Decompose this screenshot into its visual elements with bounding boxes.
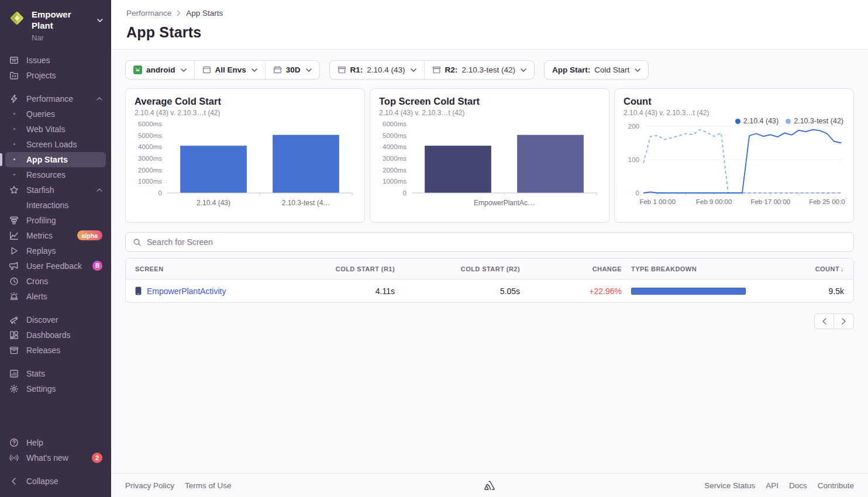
sidebar-item-stats[interactable]: Stats — [5, 366, 106, 381]
chevron-down-icon — [97, 19, 103, 22]
col-type-breakdown[interactable]: TYPE BREAKDOWN — [622, 265, 767, 272]
sidebar-item-issues[interactable]: Issues — [5, 53, 106, 68]
sidebar-item-screen-loads[interactable]: Screen Loads — [5, 137, 106, 152]
chart-subtitle: 2.10.4 (43) v. 2.10.3…t (42) — [379, 109, 600, 117]
service-status-link[interactable]: Service Status — [704, 481, 755, 490]
table-header: SCREEN COLD START (R1) COLD START (R2) C… — [126, 258, 853, 279]
sidebar-item-releases[interactable]: Releases — [5, 343, 106, 358]
sidebar-collapse-button[interactable]: Collapse — [5, 474, 106, 489]
release2-filter[interactable]: R2: 2.10.3-test (42) — [424, 61, 534, 79]
sidebar-item-discover[interactable]: Discover — [5, 312, 106, 327]
sidebar-item-replays[interactable]: Replays — [5, 243, 106, 258]
col-cold-start-r1[interactable]: COLD START (R1) — [328, 265, 395, 272]
alpha-badge: alpha — [77, 230, 102, 240]
chart-subtitle: 2.10.4 (43) v. 2.10.3…t (42) — [624, 109, 845, 117]
releases-icon — [9, 346, 19, 355]
page-header: Performance App Starts App Starts — [111, 0, 868, 50]
breadcrumb-performance[interactable]: Performance — [126, 9, 171, 18]
sidebar-item-starfish[interactable]: Starfish — [5, 182, 106, 198]
terms-of-use-link[interactable]: Terms of Use — [185, 481, 232, 490]
release-icon — [432, 65, 441, 74]
legend-dot — [735, 119, 740, 124]
sidebar-item-dashboards[interactable]: Dashboards — [5, 327, 106, 343]
svg-text:4000ms: 4000ms — [138, 143, 162, 150]
app-start-type-filter[interactable]: App Start: Cold Start — [545, 61, 648, 79]
sidebar-item-alerts[interactable]: Alerts — [5, 289, 106, 304]
screen-link[interactable]: EmpowerPlantActivity — [147, 287, 226, 296]
count-chart: 0100200Feb 1 00:00Feb 9 00:00Feb 17 00:0… — [624, 118, 845, 219]
col-cold-start-r2[interactable]: COLD START (R2) — [395, 265, 520, 272]
clock-icon — [9, 277, 19, 286]
svg-text:Feb 1 00:00: Feb 1 00:00 — [639, 198, 675, 205]
release-icon — [337, 65, 346, 74]
mobile-icon — [135, 287, 142, 295]
environment-filter[interactable]: All Envs — [194, 61, 265, 79]
sidebar-item-user-feedback[interactable]: User Feedback B — [5, 258, 106, 274]
sidebar-item-performance[interactable]: Performance — [5, 91, 106, 106]
profiling-icon — [9, 216, 19, 225]
org-name: Empower Plant — [32, 9, 93, 32]
sidebar-item-queries[interactable]: Queries — [5, 106, 106, 122]
svg-text:Feb 25 00:0: Feb 25 00:0 — [809, 198, 845, 205]
search-icon — [133, 238, 142, 247]
sidebar-item-help[interactable]: Help — [5, 435, 106, 450]
col-count[interactable]: COUNT↓ — [767, 265, 844, 272]
search-input[interactable] — [147, 237, 846, 247]
project-filter[interactable]: android — [126, 61, 194, 79]
calendar-icon — [273, 65, 282, 74]
change-value: +22.96% — [520, 287, 622, 296]
col-screen[interactable]: SCREEN — [135, 265, 328, 272]
docs-link[interactable]: Docs — [789, 481, 807, 490]
legend-dot — [786, 119, 791, 124]
svg-text:5000ms: 5000ms — [383, 132, 407, 139]
sidebar-item-projects[interactable]: Projects — [5, 68, 106, 83]
count-card: Count 2.10.4 (43) v. 2.10.3…t (42) 2.10.… — [614, 88, 854, 223]
sidebar-item-profiling[interactable]: Profiling — [5, 213, 106, 228]
svg-text:1000ms: 1000ms — [383, 178, 407, 185]
android-icon — [133, 65, 142, 74]
api-link[interactable]: API — [766, 481, 779, 490]
sidebar-item-metrics[interactable]: Metrics alpha — [5, 228, 106, 243]
previous-page-button[interactable] — [814, 313, 834, 329]
sort-desc-icon: ↓ — [841, 265, 844, 272]
svg-text:1000ms: 1000ms — [138, 178, 162, 185]
sidebar-item-resources[interactable]: Resources — [5, 167, 106, 182]
chart-title: Count — [624, 96, 845, 107]
window-icon — [202, 65, 211, 74]
breadcrumb: Performance App Starts — [126, 9, 853, 18]
svg-text:100: 100 — [628, 156, 639, 163]
sidebar-item-app-starts[interactable]: App Starts — [5, 152, 106, 167]
top-screen-cold-start-chart: 01000ms2000ms3000ms4000ms5000ms6000msEmp… — [379, 118, 600, 219]
sidebar-item-web-vitals[interactable]: Web Vitals — [5, 122, 106, 137]
projects-icon — [9, 71, 19, 80]
chevron-left-icon — [9, 477, 19, 486]
average-cold-start-card: Average Cold Start 2.10.4 (43) v. 2.10.3… — [125, 88, 365, 223]
svg-text:6000ms: 6000ms — [138, 120, 162, 127]
date-range-filter[interactable]: 30D — [265, 61, 319, 79]
org-project: Nar — [32, 33, 44, 42]
sidebar-item-interactions[interactable]: Interactions — [5, 198, 106, 213]
gear-icon — [9, 384, 19, 394]
chevron-down-icon — [521, 68, 526, 72]
table-row: EmpowerPlantActivity 4.11s 5.05s +22.96%… — [126, 279, 853, 302]
release1-filter[interactable]: R1: 2.10.4 (43) — [330, 61, 424, 79]
contribute-link[interactable]: Contribute — [818, 481, 854, 490]
screen-search[interactable] — [125, 232, 854, 252]
privacy-policy-link[interactable]: Privacy Policy — [125, 481, 174, 490]
footer: Privacy Policy Terms of Use Service Stat… — [111, 473, 868, 497]
star-icon — [9, 185, 19, 195]
sidebar-item-settings[interactable]: Settings — [5, 381, 106, 396]
svg-text:Feb 17 00:00: Feb 17 00:00 — [750, 198, 790, 205]
chevron-down-icon — [252, 68, 257, 72]
sidebar-item-crons[interactable]: Crons — [5, 274, 106, 289]
screens-table: SCREEN COLD START (R1) COLD START (R2) C… — [125, 258, 854, 303]
chevron-right-icon — [841, 318, 846, 325]
svg-text:2000ms: 2000ms — [138, 167, 162, 174]
next-page-button[interactable] — [834, 313, 854, 329]
svg-text:EmpowerPlantAc…: EmpowerPlantAc… — [474, 199, 535, 207]
org-switcher[interactable]: Empower Plant Nar — [0, 7, 111, 53]
type-breakdown-bar[interactable] — [631, 288, 746, 295]
sidebar-item-whats-new[interactable]: What's new 2 — [5, 450, 106, 465]
col-change[interactable]: CHANGE — [520, 265, 622, 272]
play-icon — [9, 246, 19, 256]
